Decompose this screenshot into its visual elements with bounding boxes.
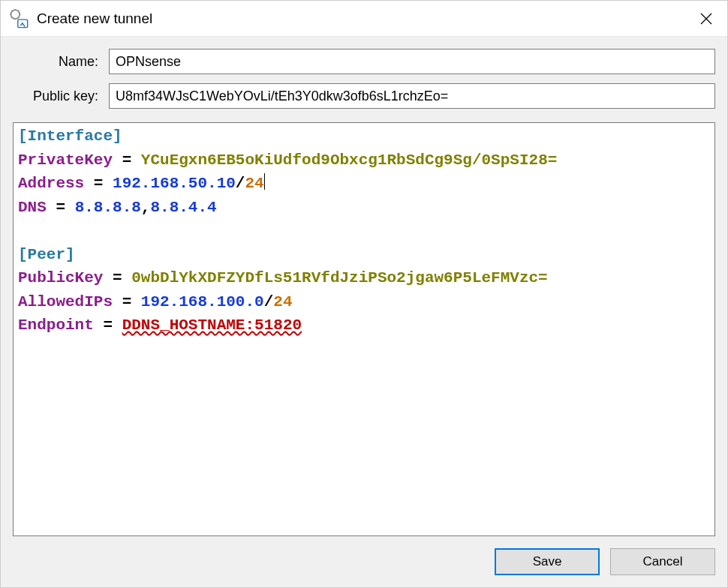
endpoint-key: Endpoint bbox=[18, 316, 94, 334]
pubkey-row: Public key: bbox=[13, 83, 715, 109]
allowedips-ip: 192.168.100.0 bbox=[141, 293, 264, 310]
name-label: Name: bbox=[13, 54, 109, 70]
name-input[interactable] bbox=[109, 49, 715, 74]
address-mask: 24 bbox=[245, 175, 263, 192]
config-editor[interactable]: [Interface] PrivateKey = YCuEgxn6EB5oKiU… bbox=[13, 122, 715, 536]
text-caret bbox=[264, 173, 265, 190]
privatekey-key: PrivateKey bbox=[18, 152, 113, 169]
address-key: Address bbox=[18, 175, 84, 192]
dialog-window: Create new tunnel Name: Public key: [Int… bbox=[0, 0, 728, 588]
privatekey-value: YCuEgxn6EB5oKiUdfod9Obxcg1RbSdCg9Sg/0SpS… bbox=[141, 152, 558, 169]
dns-key: DNS bbox=[18, 199, 47, 216]
address-ip: 192.168.50.10 bbox=[113, 175, 236, 192]
pubkey-input[interactable] bbox=[109, 83, 715, 109]
peer-publickey-value: 0wbDlYkXDFZYDfLs51RVfdJziPSo2jgaw6P5LeFM… bbox=[131, 269, 548, 286]
name-row: Name: bbox=[13, 49, 715, 74]
pubkey-label: Public key: bbox=[13, 88, 109, 104]
peer-publickey-key: PublicKey bbox=[18, 269, 103, 286]
save-button[interactable]: Save bbox=[495, 548, 600, 575]
button-row: Save Cancel bbox=[13, 536, 715, 575]
allowedips-key: AllowedIPs bbox=[18, 293, 113, 310]
interface-header: [Interface] bbox=[18, 128, 122, 145]
allowedips-mask: 24 bbox=[273, 293, 292, 310]
app-icon bbox=[8, 8, 29, 29]
peer-header: [Peer] bbox=[18, 246, 75, 263]
close-button[interactable] bbox=[685, 1, 727, 37]
window-title: Create new tunnel bbox=[37, 10, 685, 27]
titlebar: Create new tunnel bbox=[1, 1, 727, 37]
dns1: 8.8.8.8 bbox=[75, 199, 141, 216]
cancel-button[interactable]: Cancel bbox=[610, 548, 715, 575]
client-area: Name: Public key: [Interface] PrivateKey… bbox=[1, 37, 727, 587]
endpoint-value: DDNS_HOSTNAME:51820 bbox=[122, 316, 302, 334]
dns2: 8.8.4.4 bbox=[150, 199, 216, 216]
